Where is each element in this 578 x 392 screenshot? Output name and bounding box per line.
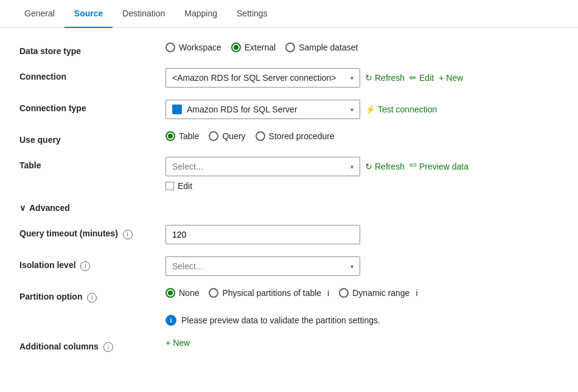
tab-mapping[interactable]: Mapping <box>175 0 227 28</box>
preview-data-button[interactable]: ⁶⁰ Preview data <box>409 162 468 171</box>
radio-table[interactable]: Table <box>165 131 199 141</box>
connection-refresh-button[interactable]: ↻ Refresh <box>365 73 405 83</box>
data-store-type-label: Data store type <box>19 43 165 56</box>
plus-icon: + <box>165 338 170 348</box>
partition-info-text: Please preview data to validate the part… <box>181 315 380 325</box>
radio-sample-dataset-circle <box>285 43 295 52</box>
edit-label: Edit <box>178 181 192 191</box>
query-timeout-input[interactable] <box>165 225 360 244</box>
use-query-row: Use query Table Query Stored procedure <box>19 131 559 145</box>
connection-label: Connection <box>19 68 165 81</box>
connection-dropdown[interactable]: <Amazon RDS for SQL Server connection> ▾ <box>165 68 360 88</box>
connection-type-value: Amazon RDS for SQL Server <box>187 105 346 114</box>
physical-partitions-info-icon[interactable]: i <box>327 288 329 298</box>
query-timeout-control <box>165 225 559 244</box>
tab-source[interactable]: Source <box>64 0 113 28</box>
tab-destination[interactable]: Destination <box>113 0 175 28</box>
radio-table-circle <box>165 131 175 141</box>
connection-value: <Amazon RDS for SQL Server connection> <box>172 73 346 83</box>
table-refresh-label: Refresh <box>375 162 405 171</box>
dynamic-range-info-icon[interactable]: i <box>416 288 417 298</box>
radio-dynamic-range-label: Dynamic range <box>352 288 409 298</box>
table-row: Table Select... ▾ ↻ Refresh ⁶⁰ Preview d… <box>19 157 559 191</box>
radio-stored-procedure-label: Stored procedure <box>269 131 335 141</box>
radio-sample-dataset[interactable]: Sample dataset <box>285 43 358 52</box>
radio-external-circle <box>231 43 241 52</box>
radio-none-circle <box>165 288 175 298</box>
connection-edit-button[interactable]: ✏ Edit <box>409 73 434 83</box>
connection-type-dropdown[interactable]: Amazon RDS for SQL Server ▾ <box>165 100 360 119</box>
table-refresh-button[interactable]: ↻ Refresh <box>365 162 405 171</box>
data-store-type-control: Workspace External Sample dataset <box>165 43 559 52</box>
partition-option-info-icon[interactable]: i <box>87 293 97 303</box>
chevron-down-icon: ▾ <box>350 163 353 170</box>
table-control: Select... ▾ ↻ Refresh ⁶⁰ Preview data Ed… <box>165 157 559 191</box>
chevron-down-icon: ▾ <box>350 75 353 81</box>
table-placeholder: Select... <box>172 162 346 171</box>
use-query-label: Use query <box>19 131 165 145</box>
use-query-control: Table Query Stored procedure <box>165 131 559 141</box>
table-label: Table <box>19 157 165 170</box>
radio-query[interactable]: Query <box>209 131 245 141</box>
preview-icon: ⁶⁰ <box>409 162 417 171</box>
radio-query-circle <box>209 131 218 141</box>
radio-sample-dataset-label: Sample dataset <box>299 43 358 52</box>
additional-columns-info-icon[interactable]: i <box>103 342 113 352</box>
advanced-toggle[interactable]: ∨ Advanced <box>19 203 559 213</box>
connection-refresh-label: Refresh <box>375 73 405 83</box>
radio-dynamic-range-circle <box>339 288 349 298</box>
radio-workspace-label: Workspace <box>179 43 221 52</box>
query-timeout-label: Query timeout (minutes) i <box>19 225 165 239</box>
additional-columns-new-label: New <box>173 338 190 348</box>
test-connection-icon: ⚡ <box>365 105 375 114</box>
refresh-icon: ↻ <box>365 73 372 83</box>
partition-info-message: i Please preview data to validate the pa… <box>165 315 559 326</box>
radio-workspace-circle <box>165 43 175 52</box>
refresh-icon: ↻ <box>365 162 372 171</box>
isolation-level-placeholder: Select... <box>172 261 346 271</box>
table-dropdown[interactable]: Select... ▾ <box>165 157 360 176</box>
tab-settings[interactable]: Settings <box>227 0 277 28</box>
radio-dynamic-range[interactable]: Dynamic range i <box>339 288 417 298</box>
radio-workspace[interactable]: Workspace <box>165 43 221 52</box>
connection-new-label: New <box>446 73 463 83</box>
edit-checkbox[interactable] <box>165 182 174 190</box>
radio-none[interactable]: None <box>165 288 199 298</box>
connection-control: <Amazon RDS for SQL Server connection> ▾… <box>165 68 559 88</box>
info-circle-icon: i <box>165 315 176 326</box>
isolation-level-control: Select... ▾ <box>165 256 559 276</box>
partition-option-row: Partition option i None Physical partiti… <box>19 288 559 303</box>
edit-checkbox-row: Edit <box>165 181 192 191</box>
tab-general[interactable]: General <box>15 0 64 28</box>
connection-type-row: Connection type Amazon RDS for SQL Serve… <box>19 100 559 119</box>
additional-columns-new-button[interactable]: + New <box>165 338 190 348</box>
advanced-label: Advanced <box>29 203 70 213</box>
use-query-radio-group: Table Query Stored procedure <box>165 131 335 141</box>
query-timeout-info-icon[interactable]: i <box>123 230 133 239</box>
preview-data-label: Preview data <box>419 162 468 171</box>
additional-columns-row: Additional columns i + New <box>19 338 559 352</box>
isolation-level-row: Isolation level i Select... ▾ <box>19 256 559 276</box>
radio-stored-procedure[interactable]: Stored procedure <box>256 131 335 141</box>
radio-table-label: Table <box>179 131 199 141</box>
radio-physical-partitions-label: Physical partitions of table <box>222 288 321 298</box>
db-icon <box>172 105 182 114</box>
connection-row: Connection <Amazon RDS for SQL Server co… <box>19 68 559 88</box>
test-connection-button[interactable]: ⚡ Test connection <box>365 105 437 114</box>
radio-physical-partitions[interactable]: Physical partitions of table i <box>209 288 329 298</box>
radio-stored-procedure-circle <box>256 131 265 141</box>
isolation-level-dropdown[interactable]: Select... ▾ <box>165 256 360 276</box>
test-connection-label: Test connection <box>378 105 437 114</box>
radio-none-label: None <box>179 288 199 298</box>
chevron-down-icon: ▾ <box>350 263 353 270</box>
isolation-level-label: Isolation level i <box>19 256 165 271</box>
connection-new-button[interactable]: + New <box>439 73 463 83</box>
radio-external-label: External <box>245 43 276 52</box>
partition-option-control: None Physical partitions of table i Dyna… <box>165 288 559 298</box>
additional-columns-label: Additional columns i <box>19 338 165 352</box>
isolation-level-info-icon[interactable]: i <box>80 261 90 271</box>
connection-edit-label: Edit <box>419 73 434 83</box>
collapse-icon: ∨ <box>19 203 26 213</box>
connection-type-control: Amazon RDS for SQL Server ▾ ⚡ Test conne… <box>165 100 559 119</box>
radio-external[interactable]: External <box>231 43 276 52</box>
